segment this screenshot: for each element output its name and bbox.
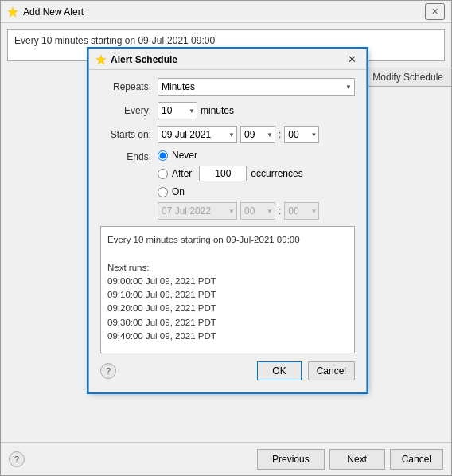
bottom-bar: ? Previous Next Cancel <box>1 442 451 475</box>
starts-inputs: 09 Jul 2021 09 00 01 : 00 <box>158 126 319 143</box>
dialog-help-button[interactable]: ? <box>100 363 116 379</box>
dialog-title: Alert Schedule <box>111 54 177 65</box>
main-titlebar-left: Add New Alert <box>7 6 84 18</box>
start-date-select[interactable]: 09 Jul 2021 <box>158 126 237 143</box>
start-hour-select[interactable]: 09 00 01 <box>240 126 275 143</box>
repeats-select-wrapper: Minutes Hours Days Weeks <box>158 78 355 96</box>
ends-on-row: On <box>158 186 319 197</box>
preview-text: Every 10 minutes starting on 09-Jul-2021… <box>107 233 348 343</box>
ends-after-radio[interactable] <box>158 169 168 179</box>
ends-on-radio[interactable] <box>158 187 168 197</box>
time-colon-1: : <box>279 129 281 140</box>
svg-marker-0 <box>8 6 18 16</box>
cancel-button[interactable]: Cancel <box>390 449 443 470</box>
end-min-select[interactable]: 00 <box>284 202 319 220</box>
end-hour-select[interactable]: 00 <box>240 202 275 220</box>
every-select-wrapper: 10 1 5 15 30 <box>158 102 197 119</box>
ends-never-label: Never <box>172 150 197 161</box>
svg-marker-1 <box>96 54 106 64</box>
ends-never-radio[interactable] <box>158 150 168 161</box>
bottom-help-button[interactable]: ? <box>9 451 25 467</box>
preview-box: Every 10 minutes starting on 09-Jul-2021… <box>100 226 355 353</box>
previous-button[interactable]: Previous <box>257 449 325 470</box>
main-window-close-button[interactable]: ✕ <box>425 3 445 20</box>
ends-never-row: Never <box>158 150 319 161</box>
start-min-select[interactable]: 00 30 <box>284 126 319 143</box>
end-date-wrapper: 07 Jul 2022 <box>158 202 237 220</box>
every-unit-label: minutes <box>201 105 234 116</box>
starts-on-label: Starts on: <box>100 129 158 140</box>
starts-on-row: Starts on: 09 Jul 2021 09 00 01 <box>100 126 355 143</box>
alert-icon <box>7 6 18 18</box>
dialog-close-button[interactable]: ✕ <box>345 54 360 64</box>
ends-label: Ends: <box>100 150 158 220</box>
next-button[interactable]: Next <box>329 449 385 470</box>
ends-on-label: On <box>172 186 185 197</box>
start-date-wrapper: 09 Jul 2021 <box>158 126 237 143</box>
occurrences-input[interactable] <box>199 166 247 181</box>
every-select[interactable]: 10 1 5 15 30 <box>158 102 197 119</box>
ends-options: Never After occurrences On <box>158 150 319 220</box>
main-window-title: Add New Alert <box>23 6 84 18</box>
time-colon-2: : <box>279 205 281 217</box>
dialog-alert-icon <box>95 54 107 65</box>
every-label: Every: <box>100 105 158 116</box>
dialog-buttons: ? OK Cancel <box>100 361 355 384</box>
modify-schedule-button[interactable]: Modify Schedule <box>364 68 451 87</box>
end-datetime-row: 07 Jul 2022 00 : 00 <box>158 202 319 220</box>
end-date-select[interactable]: 07 Jul 2022 <box>158 202 237 220</box>
repeats-row: Repeats: Minutes Hours Days Weeks <box>100 78 355 96</box>
main-titlebar: Add New Alert ✕ <box>1 1 451 23</box>
start-min-wrapper: 00 30 <box>284 126 319 143</box>
dialog-cancel-button[interactable]: Cancel <box>308 361 355 380</box>
occurrences-label: occurrences <box>251 168 302 179</box>
repeats-select[interactable]: Minutes Hours Days Weeks <box>158 78 355 96</box>
ends-section: Ends: Never After occurrences <box>100 150 355 220</box>
dialog-title-left: Alert Schedule <box>95 54 177 65</box>
main-window: Add New Alert ✕ Every 10 minutes startin… <box>0 0 452 476</box>
end-min-wrapper: 00 <box>284 202 319 220</box>
every-inputs: 10 1 5 15 30 minutes <box>158 102 234 119</box>
repeats-label: Repeats: <box>100 81 158 92</box>
ok-button[interactable]: OK <box>257 361 301 380</box>
dialog-body: Repeats: Minutes Hours Days Weeks Every: <box>89 70 366 392</box>
every-row: Every: 10 1 5 15 30 minutes <box>100 102 355 119</box>
dialog-titlebar: Alert Schedule ✕ <box>89 49 366 70</box>
ends-after-label: After <box>172 168 192 179</box>
ends-after-row: After occurrences <box>158 166 319 181</box>
start-hour-wrapper: 09 00 01 <box>240 126 275 143</box>
alert-schedule-dialog: Alert Schedule ✕ Repeats: Minutes Hours … <box>88 49 367 392</box>
end-hour-wrapper: 00 <box>240 202 275 220</box>
